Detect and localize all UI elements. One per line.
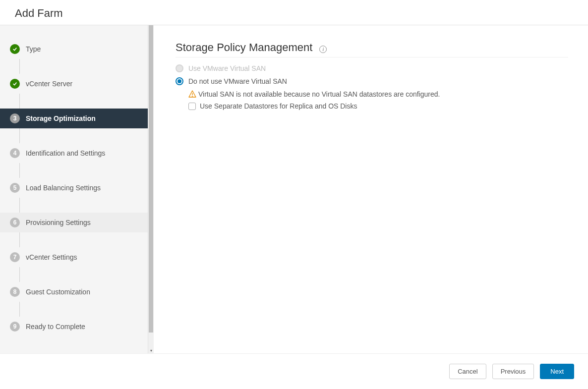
step-number-badge: 3	[10, 113, 20, 123]
main-content: Storage Policy Management i Use VMware V…	[154, 25, 588, 353]
step-label: Ready to Complete	[26, 323, 85, 331]
step-label: Storage Optimization	[26, 114, 96, 122]
step-vcenter-server[interactable]: vCenter Server	[0, 74, 148, 94]
footer: Cancel Previous Next	[0, 353, 588, 389]
step-connector	[19, 94, 20, 109]
step-connector	[19, 232, 20, 247]
page-title: Add Farm	[15, 7, 573, 20]
radio-do-not-use-vsan[interactable]: Do not use VMware Virtual SAN	[176, 77, 568, 85]
radio-label: Use VMware Virtual SAN	[188, 64, 266, 72]
header: Add Farm	[0, 0, 588, 25]
step-connector	[19, 59, 20, 74]
step-connector	[19, 267, 20, 282]
cancel-button[interactable]: Cancel	[449, 364, 486, 379]
step-connector	[19, 163, 20, 178]
step-number-badge: 6	[10, 218, 20, 227]
step-label: Type	[26, 45, 41, 53]
step-guest-customization[interactable]: 8 Guest Customization	[0, 282, 148, 302]
radio-icon[interactable]	[176, 77, 183, 85]
svg-point-1	[192, 96, 193, 97]
radio-use-vsan: Use VMware Virtual SAN	[176, 64, 568, 72]
step-connector	[19, 198, 20, 213]
checkbox-label: Use Separate Datastores for Replica and …	[200, 102, 357, 110]
scrollbar-thumb[interactable]	[149, 25, 153, 333]
check-icon	[10, 44, 20, 54]
step-number-badge: 8	[10, 287, 20, 297]
step-label: Guest Customization	[26, 288, 90, 296]
step-type[interactable]: Type	[0, 39, 148, 59]
step-provisioning-settings[interactable]: 6 Provisioning Settings	[0, 213, 148, 232]
wizard-sidebar: Type vCenter Server 3 Storage Optimizati…	[0, 25, 154, 353]
step-label: Provisioning Settings	[26, 219, 91, 226]
step-label: vCenter Settings	[26, 253, 77, 261]
step-label: Identification and Settings	[26, 149, 105, 157]
previous-button[interactable]: Previous	[492, 364, 534, 379]
vsan-radio-group: Use VMware Virtual SAN Do not use VMware…	[176, 64, 568, 110]
step-number-badge: 7	[10, 252, 20, 262]
step-identification-settings[interactable]: 4 Identification and Settings	[0, 143, 148, 163]
next-button[interactable]: Next	[540, 364, 574, 379]
step-connector	[19, 302, 20, 317]
step-number-badge: 4	[10, 148, 20, 158]
step-vcenter-settings[interactable]: 7 vCenter Settings	[0, 247, 148, 267]
info-icon[interactable]: i	[319, 46, 327, 53]
section-title: Storage Policy Management	[176, 41, 312, 54]
step-load-balancing-settings[interactable]: 5 Load Balancing Settings	[0, 178, 148, 198]
step-number-badge: 5	[10, 183, 20, 193]
radio-icon	[176, 64, 183, 72]
sidebar-scrollbar[interactable]: ▾	[148, 25, 154, 353]
vsan-warning: Virtual SAN is not available because no …	[188, 90, 568, 98]
chevron-down-icon[interactable]: ▾	[148, 347, 154, 353]
check-icon	[10, 79, 20, 89]
radio-label: Do not use VMware Virtual SAN	[188, 77, 287, 85]
checkbox-icon[interactable]	[188, 103, 196, 110]
step-label: Load Balancing Settings	[26, 184, 101, 192]
step-connector	[19, 128, 20, 143]
step-number-badge: 9	[10, 322, 20, 332]
step-ready-to-complete[interactable]: 9 Ready to Complete	[0, 317, 148, 336]
step-storage-optimization[interactable]: 3 Storage Optimization	[0, 109, 148, 128]
separate-datastores-checkbox-row[interactable]: Use Separate Datastores for Replica and …	[188, 102, 568, 110]
step-label: vCenter Server	[26, 80, 72, 88]
warning-icon	[188, 90, 196, 98]
warning-text: Virtual SAN is not available because no …	[198, 90, 440, 98]
